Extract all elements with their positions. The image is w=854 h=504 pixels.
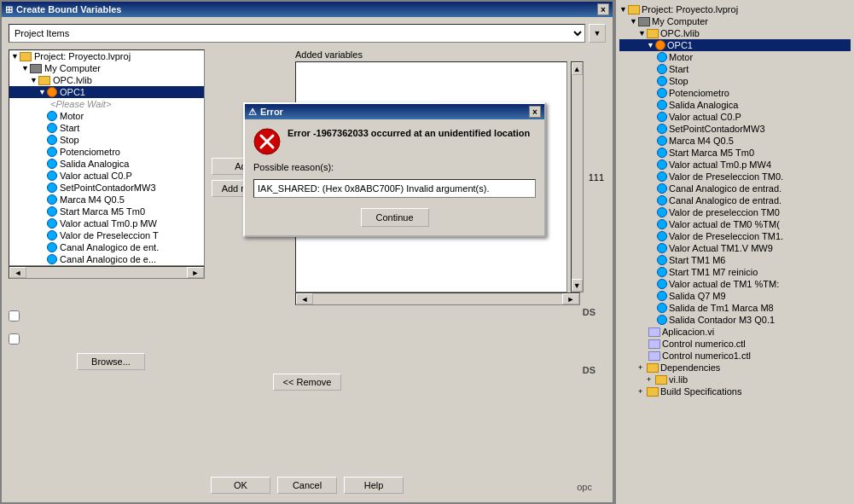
continue-btn-area: Continue: [253, 208, 536, 227]
folder-icon: [647, 29, 659, 38]
node-icon: [657, 315, 667, 325]
sidebar-item-label: My Computer: [652, 16, 708, 26]
error-icon: [253, 128, 281, 155]
vi-icon: [648, 351, 660, 361]
computer-icon: [638, 17, 650, 26]
sidebar-item-label: Valor actual Tm0.p MW4: [669, 159, 771, 170]
node-icon: [657, 279, 667, 289]
node-icon: [657, 171, 667, 182]
sidebar-item-label: Valor de Preseleccion TM0.: [669, 171, 783, 182]
sidebar-item-label: OPC1: [667, 40, 693, 50]
list-item[interactable]: Control numerico.ctl: [619, 338, 851, 350]
expand-icon: +: [638, 363, 647, 372]
vi-icon: [648, 327, 660, 337]
error-top: Error -1967362033 occurred at an unident…: [253, 128, 536, 155]
node-icon: [657, 231, 667, 241]
list-item[interactable]: Valor actual de TM0 %TM(: [619, 218, 851, 230]
expand-icon: +: [638, 387, 647, 396]
sidebar-item-label: Valor Actual TM1.V MW9: [669, 243, 773, 253]
right-sidebar: ▼ Project: Proyecto.lvproj ▼ My Computer…: [614, 0, 854, 504]
list-item[interactable]: ▼ Project: Proyecto.lvproj: [619, 3, 851, 15]
list-item[interactable]: + Build Specifications: [619, 385, 851, 397]
vi-icon: [648, 339, 660, 349]
list-item[interactable]: Start: [619, 63, 851, 75]
node-icon: [657, 52, 667, 62]
sidebar-item-label: Salida de Tm1 Marca M8: [669, 303, 774, 313]
list-item[interactable]: Aplicacion.vi: [619, 326, 851, 338]
error-close-button[interactable]: ×: [529, 106, 541, 118]
sidebar-item-label: Dependencies: [660, 362, 720, 373]
list-item[interactable]: Start TM1 M7 reinicio: [619, 266, 851, 278]
sidebar-item-label: Salida Contador M3 Q0.1: [669, 315, 775, 325]
error-reasons-label: Possible reason(s):: [253, 162, 536, 172]
node-icon: [657, 219, 667, 229]
sidebar-item-label: Motor: [669, 52, 693, 62]
sidebar-tree: ▼ Project: Proyecto.lvproj ▼ My Computer…: [616, 0, 854, 401]
sidebar-item-label: Salida Q7 M9: [669, 291, 726, 301]
sidebar-item-label: Control numerico.ctl: [662, 339, 746, 349]
sidebar-item-label: Start TM1 M7 reinicio: [669, 267, 758, 277]
list-item[interactable]: Valor Actual TM1.V MW9: [619, 242, 851, 254]
list-item[interactable]: + Dependencies: [619, 362, 851, 374]
list-item[interactable]: Canal Analogico de entrad.: [619, 182, 851, 194]
list-item[interactable]: Marca M4 Q0.5: [619, 135, 851, 147]
sidebar-item-label: Valor actual de TM1 %TM:: [669, 279, 779, 289]
list-item[interactable]: Valor de preseleccion TM0: [619, 206, 851, 218]
list-item[interactable]: Salida Q7 M9: [619, 290, 851, 302]
project-icon: [628, 5, 640, 14]
node-icon: [657, 76, 667, 86]
expand-icon: ▼: [630, 17, 638, 26]
list-item[interactable]: Stop: [619, 75, 851, 87]
list-item[interactable]: Valor actual C0.P: [619, 111, 851, 123]
list-item[interactable]: Valor actual de TM1 %TM:: [619, 278, 851, 290]
node-icon: [655, 40, 665, 50]
sidebar-item-label: Stop: [669, 76, 688, 86]
sidebar-item-label: Start TM1 M6: [669, 255, 725, 265]
folder-icon: [647, 387, 659, 397]
continue-button[interactable]: Continue: [361, 208, 429, 227]
error-body: Error -1967362033 occurred at an unident…: [245, 119, 544, 235]
sidebar-item-label: Project: Proyecto.lvproj: [642, 4, 738, 14]
node-icon: [657, 148, 667, 158]
list-item[interactable]: Potenciometro: [619, 87, 851, 99]
sidebar-item-label: Marca M4 Q0.5: [669, 136, 734, 146]
node-icon: [657, 136, 667, 146]
expand-icon: ▼: [647, 41, 655, 49]
sidebar-item-label: Control numerico1.ctl: [662, 350, 751, 361]
sidebar-item-label: Aplicacion.vi: [662, 327, 714, 337]
list-item[interactable]: Valor de Preseleccion TM1.: [619, 230, 851, 242]
list-item[interactable]: ▼ OPC1: [619, 39, 851, 51]
node-icon: [657, 195, 667, 206]
node-icon: [657, 88, 667, 98]
folder-icon: [655, 375, 667, 385]
list-item[interactable]: Control numerico1.ctl: [619, 350, 851, 362]
list-item[interactable]: Motor: [619, 51, 851, 63]
node-icon: [657, 124, 667, 134]
list-item[interactable]: Start TM1 M6: [619, 254, 851, 266]
list-item[interactable]: Start Marca M5 Tm0: [619, 147, 851, 159]
sidebar-item-label: Canal Analogico de entrad.: [669, 195, 781, 206]
list-item[interactable]: SetPointContadorMW3: [619, 123, 851, 135]
expand-icon: +: [647, 375, 655, 384]
list-item[interactable]: Salida Analogica: [619, 99, 851, 111]
list-item[interactable]: Valor actual Tm0.p MW4: [619, 159, 851, 171]
list-item[interactable]: Valor de Preseleccion TM0.: [619, 171, 851, 182]
list-item[interactable]: + vi.lib: [619, 374, 851, 385]
node-icon: [657, 243, 667, 253]
dialog-overlay: ⚠ Error × Error -1967362033 occurred at …: [0, 0, 614, 504]
error-dialog-title: Error: [260, 107, 283, 117]
node-icon: [657, 112, 667, 122]
error-message: Error -1967362033 occurred at an unident…: [288, 128, 530, 138]
list-item[interactable]: Salida de Tm1 Marca M8: [619, 302, 851, 314]
list-item[interactable]: Canal Analogico de entrad.: [619, 194, 851, 206]
sidebar-item-label: Start Marca M5 Tm0: [669, 148, 754, 158]
node-icon: [657, 255, 667, 265]
sidebar-item-label: Salida Analogica: [669, 100, 738, 110]
sidebar-item-label: SetPointContadorMW3: [669, 124, 765, 134]
list-item[interactable]: ▼ OPC.lvlib: [619, 27, 851, 39]
error-title-icon: ⚠: [248, 107, 257, 118]
list-item[interactable]: ▼ My Computer: [619, 15, 851, 27]
node-icon: [657, 183, 667, 194]
sidebar-item-label: Valor de Preseleccion TM1.: [669, 231, 783, 241]
list-item[interactable]: Salida Contador M3 Q0.1: [619, 314, 851, 326]
